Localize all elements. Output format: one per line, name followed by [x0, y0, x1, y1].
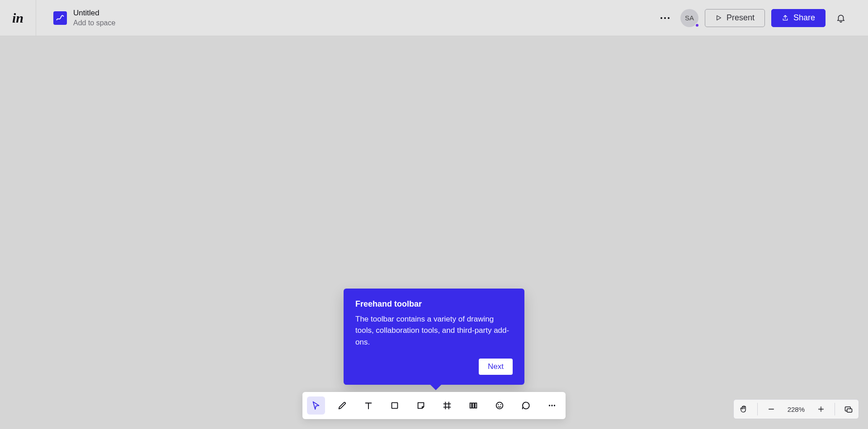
- popover-body: The toolbar contains a variety of drawin…: [355, 313, 513, 348]
- sticky-tool[interactable]: [412, 396, 430, 415]
- align-tool[interactable]: [464, 396, 482, 415]
- more-icon: [660, 17, 670, 19]
- user-avatar[interactable]: SA: [680, 9, 698, 27]
- share-button[interactable]: Share: [771, 9, 826, 27]
- text-icon: [363, 401, 373, 410]
- divider: [835, 403, 835, 415]
- header-more-button[interactable]: [656, 9, 674, 27]
- svg-rect-0: [392, 403, 398, 409]
- freehand-icon: [56, 14, 65, 23]
- bell-icon: [836, 13, 846, 23]
- fit-view-button[interactable]: [840, 401, 857, 417]
- present-label: Present: [726, 13, 755, 23]
- plus-icon: [817, 406, 825, 413]
- app-logo[interactable]: in: [0, 0, 36, 36]
- pencil-tool[interactable]: [333, 396, 351, 415]
- svg-rect-1: [470, 403, 472, 408]
- onboarding-popover: Freehand toolbar The toolbar contains a …: [344, 289, 524, 385]
- freehand-toolbar: [302, 392, 566, 419]
- divider: [757, 403, 758, 415]
- avatar-initials: SA: [685, 14, 694, 22]
- hand-icon: [739, 405, 748, 414]
- note-icon: [416, 401, 426, 410]
- share-label: Share: [793, 13, 815, 23]
- minus-icon: [768, 406, 775, 413]
- svg-point-6: [500, 404, 501, 405]
- svg-rect-2: [472, 403, 474, 408]
- rect-icon: [390, 401, 400, 410]
- pan-hand-button[interactable]: [736, 401, 752, 417]
- document-icon[interactable]: [53, 11, 67, 25]
- shape-tool[interactable]: [386, 396, 404, 415]
- zoom-percent[interactable]: 228%: [785, 401, 807, 417]
- document-title[interactable]: Untitled: [73, 8, 115, 18]
- viewport-controls: 228%: [733, 399, 859, 419]
- frame-tool[interactable]: [438, 396, 456, 415]
- share-icon: [782, 14, 789, 22]
- zoom-out-button[interactable]: [763, 401, 779, 417]
- dots-icon: [547, 401, 557, 410]
- invision-logo-icon: in: [12, 11, 24, 25]
- svg-point-7: [549, 405, 550, 406]
- play-icon: [715, 14, 722, 21]
- add-to-space-link[interactable]: Add to space: [73, 19, 115, 28]
- pointer-tool[interactable]: [307, 396, 325, 415]
- popover-next-button[interactable]: Next: [479, 359, 513, 375]
- svg-point-5: [498, 404, 499, 405]
- svg-rect-11: [847, 409, 852, 412]
- svg-point-4: [496, 402, 503, 409]
- zoom-in-button[interactable]: [813, 401, 829, 417]
- svg-rect-3: [475, 403, 477, 408]
- more-tool[interactable]: [543, 396, 561, 415]
- present-button[interactable]: Present: [705, 9, 765, 27]
- pointer-icon: [311, 401, 321, 410]
- sticker-tool[interactable]: [491, 396, 509, 415]
- columns-icon: [468, 401, 478, 410]
- svg-point-8: [551, 405, 552, 406]
- comment-icon: [521, 401, 531, 410]
- notifications-button[interactable]: [832, 9, 850, 27]
- canvas[interactable]: in Untitled Add to space SA: [0, 0, 868, 429]
- comment-tool[interactable]: [517, 396, 535, 415]
- emoji-icon: [495, 401, 505, 410]
- presence-dot-icon: [695, 23, 699, 28]
- popover-title: Freehand toolbar: [355, 299, 513, 309]
- text-tool[interactable]: [359, 396, 377, 415]
- frame-icon: [442, 401, 452, 410]
- svg-point-9: [554, 405, 555, 406]
- fit-icon: [844, 405, 853, 414]
- app-header: in Untitled Add to space SA: [0, 0, 868, 36]
- pencil-icon: [337, 401, 347, 410]
